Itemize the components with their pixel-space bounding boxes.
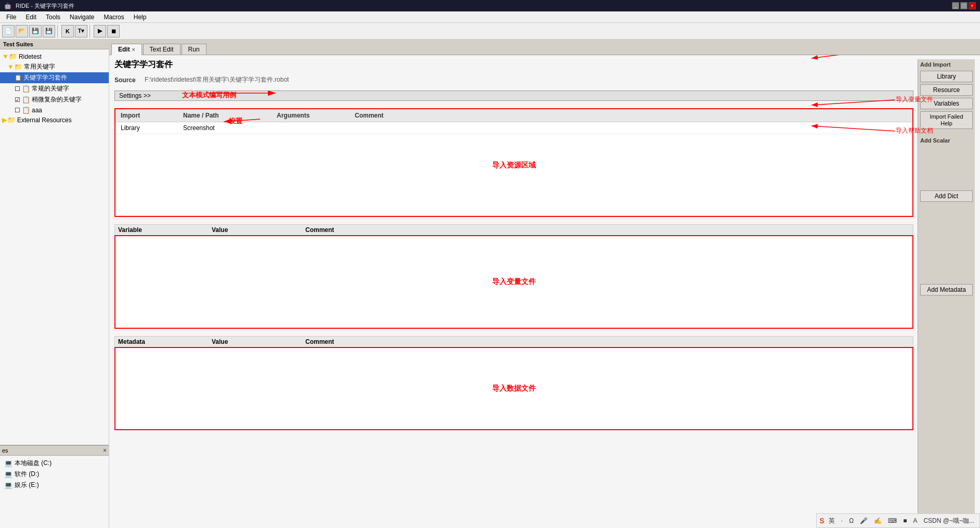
btn-resource[interactable]: Resource [920,84,973,96]
window-controls: _ □ × [952,2,976,9]
cell-import-name: Screenshot [181,123,275,133]
sidebar-item-common-keywords[interactable]: ▼📁 常用关键字 [0,61,109,72]
import-area-label: 导入资源区域 [115,134,912,197]
btn-import-failed-help[interactable]: Import Failed Help [920,111,973,129]
header-metadata: Metadata [118,338,212,345]
metadata-table-header: Metadata Value Comment [114,336,913,347]
header-comment-meta: Comment [305,338,910,345]
checkbox-icon: ☐ [15,107,20,114]
app-icon: 🤖 [4,3,11,9]
sidebar-title: Test Suites [0,40,109,49]
menu-edit[interactable]: Edit [21,12,41,22]
source-label: Source [114,76,140,84]
sougou-omega[interactable]: Ω [847,517,856,524]
sougou-lang[interactable]: 英 [827,517,837,525]
minimize-btn[interactable]: _ [952,2,959,9]
checkbox-icon: ☐ [15,85,20,93]
drive-c[interactable]: 💻 本地磁盘 (C:) [4,458,105,469]
sidebar-item-suite[interactable]: 📋 关键字学习套件 [0,72,109,83]
toolbar-sep2 [89,25,92,37]
checkbox-checked-icon: ☑ [15,96,20,104]
source-row: Source F:\ridetest\ridetest\常用关键字\关键字学习套… [114,75,913,84]
drive-icon: 💻 [4,481,12,489]
sougou-extra[interactable]: A [911,517,919,524]
sidebar-item-aaa[interactable]: ☐ 📋 aaa [0,105,109,115]
folder-icon: 📋 [22,106,30,114]
folder-icon: ▼📁 [2,53,17,60]
variable-table: 导入变量文件 [114,235,913,329]
sidebar-item-external[interactable]: ▶📁 External Resources [0,115,109,125]
folder-icon: 📋 [22,96,30,104]
btn-add-metadata[interactable]: Add Metadata [920,284,973,295]
add-import-label: Add Import [920,61,973,68]
folder-icon: ▼📁 [7,63,22,71]
menu-macros[interactable]: Macros [99,12,128,22]
header-value: Value [212,226,305,234]
maximize-btn[interactable]: □ [960,2,968,9]
source-path: F:\ridetest\ridetest\常用关键字\关键字学习套件.robot [145,75,289,84]
fs-title: es [2,447,8,454]
menu-navigate[interactable]: Navigate [66,12,98,22]
sougou-mic[interactable]: 🎤 [858,517,870,524]
variable-area-label: 导入变量文件 [492,277,536,287]
sougou-keyboard[interactable]: ⌨ [886,517,899,524]
menu-help[interactable]: Help [130,12,151,22]
btn-add-dict[interactable]: Add Dict [920,190,973,202]
sidebar-bottom-header: es × [0,446,109,456]
metadata-section: Metadata Value Comment 导入数据文件 [114,336,913,430]
title-bar: 🤖 RIDE - 关键字学习套件 _ □ × [0,0,980,11]
toolbar-stop[interactable]: ⏹ [107,25,120,37]
cell-import-type: Library [119,123,181,133]
main-edit-content: 关键字学习套件 Source F:\ridetest\ridetest\常用关键… [114,59,913,524]
tab-text-edit[interactable]: Text Edit [143,44,180,55]
toolbar-t[interactable]: T▾ [75,25,87,37]
toolbar-run[interactable]: ▶ [94,25,106,37]
sougou-hand[interactable]: ✍ [872,517,884,524]
sougou-skin[interactable]: ■ [901,517,909,524]
import-table: Import Name / Path Arguments Comment Lib… [114,108,913,217]
metadata-area-label: 导入数据文件 [492,384,536,393]
header-variable: Variable [118,226,212,234]
settings-button[interactable]: Settings >> [114,91,913,101]
sidebar-item-complex-keywords[interactable]: ☑ 📋 稍微复杂的关键字 [0,94,109,105]
menu-tools[interactable]: Tools [42,12,65,22]
drive-d[interactable]: 💻 软件 (D:) [4,469,105,480]
close-btn[interactable]: × [969,2,976,9]
sidebar: Test Suites ▼📁 Ridetest ▼📁 常用关键字 📋 关键字学习… [0,40,109,528]
drive-icon: 💻 [4,459,12,467]
tab-edit[interactable]: Edit × [111,44,142,55]
variable-table-header: Variable Value Comment [114,224,913,235]
toolbar-k[interactable]: K [61,25,74,37]
window-title: RIDE - 关键字学习套件 [16,2,74,10]
sidebar-item-regular-keywords[interactable]: ☐ 📋 常规的关键字 [0,83,109,94]
header-import: Import [119,111,181,120]
right-sidebar: Add Import Library Resource Variables Im… [918,59,975,524]
sougou-dot: · [839,517,845,524]
btn-library[interactable]: Library [920,71,973,82]
btn-variables[interactable]: Variables [920,98,973,109]
metadata-table: 导入数据文件 [114,347,913,430]
content-area: Edit × Text Edit Run 关键字学习套件 Source F:\r… [109,40,980,528]
import-row-1[interactable]: Library Screenshot [115,122,912,134]
header-comment-var: Comment [305,226,910,234]
menu-file[interactable]: File [2,12,20,22]
toolbar-open[interactable]: 📂 [16,25,28,37]
tab-bar: Edit × Text Edit Run [109,40,980,55]
sougou-bar: S 英 · Ω 🎤 ✍ ⌨ ■ A CSDN @~哦~咖... [816,513,980,528]
toolbar-saveall[interactable]: 💾 [43,25,55,37]
drive-icon: 💻 [4,470,12,478]
tab-run[interactable]: Run [182,44,207,55]
cell-import-args [275,123,353,133]
variable-section: Variable Value Comment 导入变量文件 [114,224,913,329]
main-container: Test Suites ▼📁 Ridetest ▼📁 常用关键字 📋 关键字学习… [0,40,980,528]
toolbar-sep1 [57,25,59,37]
toolbar-new[interactable]: 📄 [2,25,15,37]
fs-close-btn[interactable]: × [103,447,107,454]
sidebar-item-ridetest[interactable]: ▼📁 Ridetest [0,51,109,61]
add-scalar-label: Add Scalar [920,137,973,144]
sidebar-bottom: es × 💻 本地磁盘 (C:) 💻 软件 (D:) 💻 娱乐 (E:) [0,445,109,528]
tab-close-icon[interactable]: × [132,47,135,53]
toolbar-save[interactable]: 💾 [29,25,42,37]
drive-e[interactable]: 💻 娱乐 (E:) [4,480,105,491]
svg-line-6 [811,55,895,58]
